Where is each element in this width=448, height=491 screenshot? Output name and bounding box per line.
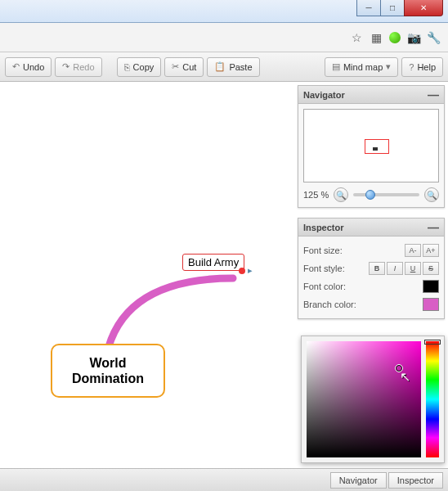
copy-icon: ⎘ xyxy=(124,62,130,72)
mindmap-dropdown-button[interactable]: ▤ Mind map ▾ xyxy=(325,57,398,77)
font-style-label: Font style: xyxy=(303,264,345,273)
font-size-increase-button[interactable]: A+ xyxy=(423,244,439,257)
grid-icon[interactable]: ▦ xyxy=(370,31,383,44)
sv-cursor-icon xyxy=(395,364,403,372)
underline-button[interactable]: U xyxy=(405,262,421,275)
chevron-down-icon: ▾ xyxy=(386,61,391,72)
wrench-icon[interactable]: 🔧 xyxy=(427,31,440,44)
window-close-button[interactable]: ✕ xyxy=(404,0,443,16)
child-node-label: Build Army xyxy=(188,256,239,268)
hue-marker-icon xyxy=(424,340,441,345)
collapse-icon[interactable]: — xyxy=(428,91,439,99)
inspector-panel-header[interactable]: Inspector — xyxy=(298,218,444,236)
statusbar-navigator-tab[interactable]: Navigator xyxy=(330,472,387,489)
mindmap-canvas[interactable]: Build Army ▸ World Domination xyxy=(0,82,296,468)
bold-button[interactable]: B xyxy=(369,262,385,275)
redo-icon: ↷ xyxy=(62,61,69,72)
collapse-icon[interactable]: — xyxy=(428,223,439,232)
cut-icon: ✂ xyxy=(172,61,179,72)
central-node[interactable]: World Domination xyxy=(51,344,165,398)
undo-button[interactable]: ↶ Undo xyxy=(5,57,52,77)
add-sibling-caret-icon[interactable]: ▸ xyxy=(248,265,253,276)
hue-slider[interactable] xyxy=(426,341,439,457)
mindmap-label: Mind map xyxy=(343,62,383,72)
node-endpoint-handle[interactable] xyxy=(239,268,245,274)
font-color-swatch[interactable] xyxy=(423,280,439,293)
navigator-title: Navigator xyxy=(303,90,345,100)
window-maximize-button[interactable]: □ xyxy=(380,0,405,16)
help-label: Help xyxy=(417,62,436,72)
strikethrough-button[interactable]: S xyxy=(423,262,439,275)
zoom-slider-thumb[interactable] xyxy=(365,190,375,200)
paste-icon: 📋 xyxy=(214,61,226,72)
redo-label: Redo xyxy=(73,62,94,72)
presence-indicator-icon[interactable] xyxy=(389,32,401,43)
zoom-level-label: 125 % xyxy=(303,190,329,200)
font-size-decrease-button[interactable]: A- xyxy=(405,244,421,257)
inspector-panel: Inspector — Font size: A- A+ Font style:… xyxy=(298,218,445,319)
undo-label: Undo xyxy=(23,62,44,72)
zoom-out-button[interactable]: 🔍 xyxy=(334,187,348,202)
zoom-bar: 125 % 🔍 🔍 xyxy=(303,187,439,202)
color-picker-popup: ↖ xyxy=(301,336,445,463)
zoom-in-button[interactable]: 🔍 xyxy=(424,187,439,202)
branch-color-label: Branch color: xyxy=(303,300,356,309)
cut-label: Cut xyxy=(182,62,196,72)
font-size-label: Font size: xyxy=(303,246,343,255)
font-style-row: Font style: B I U S xyxy=(303,259,439,277)
document-icon: ▤ xyxy=(332,61,340,72)
help-icon: ? xyxy=(409,62,414,72)
italic-button[interactable]: I xyxy=(387,262,403,275)
inspector-panel-body: Font size: A- A+ Font style: B I U S Fon… xyxy=(298,236,444,318)
navigator-panel-header[interactable]: Navigator — xyxy=(298,86,444,104)
branch-color-row: Branch color: xyxy=(303,295,439,313)
redo-button[interactable]: ↷ Redo xyxy=(55,57,101,77)
workspace: Build Army ▸ World Domination Navigator … xyxy=(0,82,448,468)
navigator-node-icon xyxy=(373,147,378,151)
saturation-value-area[interactable]: ↖ xyxy=(307,341,421,457)
inspector-title: Inspector xyxy=(303,223,344,232)
window-titlebar: ─ □ ✕ xyxy=(0,0,448,23)
star-icon[interactable]: ☆ xyxy=(350,31,363,44)
font-color-label: Font color: xyxy=(303,282,346,291)
font-size-row: Font size: A- A+ xyxy=(303,241,439,259)
undo-icon: ↶ xyxy=(12,61,20,72)
window-minimize-button[interactable]: ─ xyxy=(356,0,381,16)
font-color-row: Font color: xyxy=(303,277,439,295)
browser-icon-bar: ☆ ▦ 📷 🔧 xyxy=(0,23,448,52)
copy-label: Copy xyxy=(133,62,155,72)
paste-label: Paste xyxy=(229,62,252,72)
cut-button[interactable]: ✂ Cut xyxy=(164,57,204,77)
branch-color-swatch[interactable] xyxy=(423,298,439,311)
help-button[interactable]: ? Help xyxy=(401,57,443,77)
window-buttons: ─ □ ✕ xyxy=(356,0,443,16)
status-bar: Navigator Inspector xyxy=(0,468,448,491)
zoom-slider[interactable] xyxy=(353,193,419,196)
central-node-label: World Domination xyxy=(72,356,144,385)
camera-icon[interactable]: 📷 xyxy=(407,31,420,44)
navigator-preview[interactable] xyxy=(303,109,439,182)
navigator-panel-body: 125 % 🔍 🔍 xyxy=(298,104,444,207)
copy-button[interactable]: ⎘ Copy xyxy=(117,57,162,77)
app-toolbar: ↶ Undo ↷ Redo ⎘ Copy ✂ Cut 📋 Paste ▤ Min… xyxy=(0,52,448,82)
navigator-panel: Navigator — 125 % 🔍 🔍 xyxy=(298,85,445,208)
child-node[interactable]: Build Army xyxy=(182,254,244,271)
navigator-viewport-rect[interactable] xyxy=(365,139,389,154)
paste-button[interactable]: 📋 Paste xyxy=(207,57,259,77)
statusbar-inspector-tab[interactable]: Inspector xyxy=(388,472,443,489)
